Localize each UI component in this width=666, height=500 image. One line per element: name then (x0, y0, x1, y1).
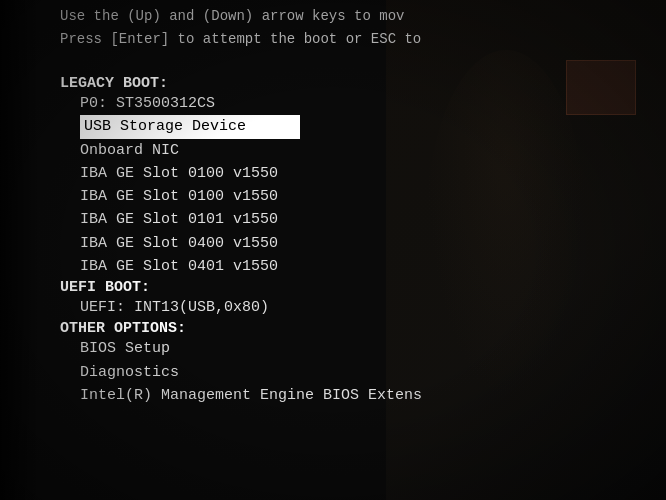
other-options-section: OTHER OPTIONS: (60, 319, 636, 337)
bios-content: Use the (Up) and (Down) arrow keys to mo… (0, 0, 666, 500)
boot-item-usb[interactable]: USB Storage Device (80, 115, 300, 138)
boot-item-iba-ge-1[interactable]: IBA GE Slot 0100 v1550 (60, 162, 636, 185)
legacy-boot-section: LEGACY BOOT: (60, 74, 636, 92)
boot-item-iba-ge-3[interactable]: IBA GE Slot 0101 v1550 (60, 208, 636, 231)
legacy-boot-label: LEGACY BOOT: (60, 75, 168, 92)
boot-item-intel-me[interactable]: Intel(R) Management Engine BIOS Extens (60, 384, 636, 407)
boot-item-onboard-nic[interactable]: Onboard NIC (60, 139, 636, 162)
boot-item-p0[interactable]: P0: ST3500312CS (60, 92, 636, 115)
boot-item-diagnostics[interactable]: Diagnostics (60, 361, 636, 384)
boot-item-usb-wrap: USB Storage Device (60, 115, 636, 138)
boot-item-iba-ge-2[interactable]: IBA GE Slot 0100 v1550 (60, 185, 636, 208)
uefi-boot-label: UEFI BOOT: (60, 279, 150, 296)
boot-item-uefi-int13[interactable]: UEFI: INT13(USB,0x80) (60, 296, 636, 319)
instruction-line-2: Press [Enter] to attempt the boot or ESC… (60, 29, 636, 50)
instruction-line-1: Use the (Up) and (Down) arrow keys to mo… (60, 6, 636, 27)
other-options-label: OTHER OPTIONS: (60, 320, 186, 337)
bios-screen: Use the (Up) and (Down) arrow keys to mo… (0, 0, 666, 500)
boot-item-bios-setup[interactable]: BIOS Setup (60, 337, 636, 360)
boot-item-iba-ge-5[interactable]: IBA GE Slot 0401 v1550 (60, 255, 636, 278)
boot-item-iba-ge-4[interactable]: IBA GE Slot 0400 v1550 (60, 232, 636, 255)
uefi-boot-section: UEFI BOOT: (60, 278, 636, 296)
